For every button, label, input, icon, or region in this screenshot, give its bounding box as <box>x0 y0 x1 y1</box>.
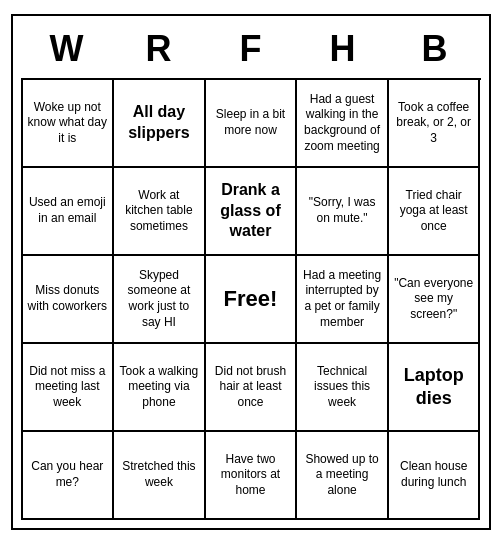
bingo-cell-text-19: Laptop dies <box>394 364 474 411</box>
bingo-cell-1[interactable]: All day slippers <box>114 80 206 168</box>
bingo-cell-4[interactable]: Took a coffee break, or 2, or 3 <box>389 80 481 168</box>
bingo-cell-text-3: Had a guest walking in the background of… <box>302 92 382 154</box>
bingo-cell-text-1: All day slippers <box>119 102 199 144</box>
bingo-cell-14[interactable]: "Can everyone see my screen?" <box>389 256 481 344</box>
bingo-cell-text-23: Showed up to a meeting alone <box>302 452 382 499</box>
bingo-cell-8[interactable]: "Sorry, I was on mute." <box>297 168 389 256</box>
bingo-cell-2[interactable]: Sleep in a bit more now <box>206 80 298 168</box>
bingo-cell-9[interactable]: Tried chair yoga at least once <box>389 168 481 256</box>
bingo-cell-text-5: Used an emoji in an email <box>28 195 108 226</box>
header-letter-h: H <box>297 24 389 74</box>
bingo-header: WRFHB <box>21 24 481 74</box>
bingo-cell-text-10: Miss donuts with coworkers <box>28 283 108 314</box>
bingo-cell-text-16: Took a walking meeting via phone <box>119 364 199 411</box>
bingo-cell-11[interactable]: Skyped someone at work just to say HI <box>114 256 206 344</box>
bingo-cell-3[interactable]: Had a guest walking in the background of… <box>297 80 389 168</box>
header-letter-f: F <box>205 24 297 74</box>
bingo-cell-0[interactable]: Woke up not know what day it is <box>23 80 115 168</box>
bingo-cell-text-21: Stretched this week <box>119 459 199 490</box>
header-letter-w: W <box>21 24 113 74</box>
bingo-cell-text-13: Had a meeting interrupted by a pet or fa… <box>302 268 382 330</box>
bingo-cell-text-0: Woke up not know what day it is <box>28 100 108 147</box>
bingo-cell-text-9: Tried chair yoga at least once <box>394 188 474 235</box>
bingo-cell-20[interactable]: Can you hear me? <box>23 432 115 520</box>
bingo-cell-text-4: Took a coffee break, or 2, or 3 <box>394 100 474 147</box>
bingo-cell-13[interactable]: Had a meeting interrupted by a pet or fa… <box>297 256 389 344</box>
bingo-cell-23[interactable]: Showed up to a meeting alone <box>297 432 389 520</box>
bingo-cell-6[interactable]: Work at kitchen table sometimes <box>114 168 206 256</box>
header-letter-b: B <box>389 24 481 74</box>
bingo-cell-text-7: Drank a glass of water <box>211 180 291 242</box>
bingo-cell-10[interactable]: Miss donuts with coworkers <box>23 256 115 344</box>
bingo-cell-text-6: Work at kitchen table sometimes <box>119 188 199 235</box>
bingo-card: WRFHB Woke up not know what day it isAll… <box>11 14 491 530</box>
bingo-cell-text-17: Did not brush hair at least once <box>211 364 291 411</box>
bingo-cell-text-22: Have two monitors at home <box>211 452 291 499</box>
bingo-cell-text-24: Clean house during lunch <box>394 459 474 490</box>
bingo-cell-5[interactable]: Used an emoji in an email <box>23 168 115 256</box>
header-letter-r: R <box>113 24 205 74</box>
bingo-cell-7[interactable]: Drank a glass of water <box>206 168 298 256</box>
bingo-cell-text-15: Did not miss a meeting last week <box>28 364 108 411</box>
bingo-cell-18[interactable]: Technical issues this week <box>297 344 389 432</box>
bingo-cell-text-8: "Sorry, I was on mute." <box>302 195 382 226</box>
bingo-cell-22[interactable]: Have two monitors at home <box>206 432 298 520</box>
bingo-cell-21[interactable]: Stretched this week <box>114 432 206 520</box>
bingo-cell-text-12: Free! <box>224 285 278 314</box>
bingo-cell-text-20: Can you hear me? <box>28 459 108 490</box>
bingo-cell-15[interactable]: Did not miss a meeting last week <box>23 344 115 432</box>
bingo-grid: Woke up not know what day it isAll day s… <box>21 78 481 520</box>
bingo-cell-24[interactable]: Clean house during lunch <box>389 432 481 520</box>
bingo-cell-17[interactable]: Did not brush hair at least once <box>206 344 298 432</box>
bingo-cell-text-11: Skyped someone at work just to say HI <box>119 268 199 330</box>
bingo-cell-text-2: Sleep in a bit more now <box>211 107 291 138</box>
bingo-cell-12[interactable]: Free! <box>206 256 298 344</box>
bingo-cell-16[interactable]: Took a walking meeting via phone <box>114 344 206 432</box>
bingo-cell-text-18: Technical issues this week <box>302 364 382 411</box>
bingo-cell-19[interactable]: Laptop dies <box>389 344 481 432</box>
bingo-cell-text-14: "Can everyone see my screen?" <box>394 276 474 323</box>
